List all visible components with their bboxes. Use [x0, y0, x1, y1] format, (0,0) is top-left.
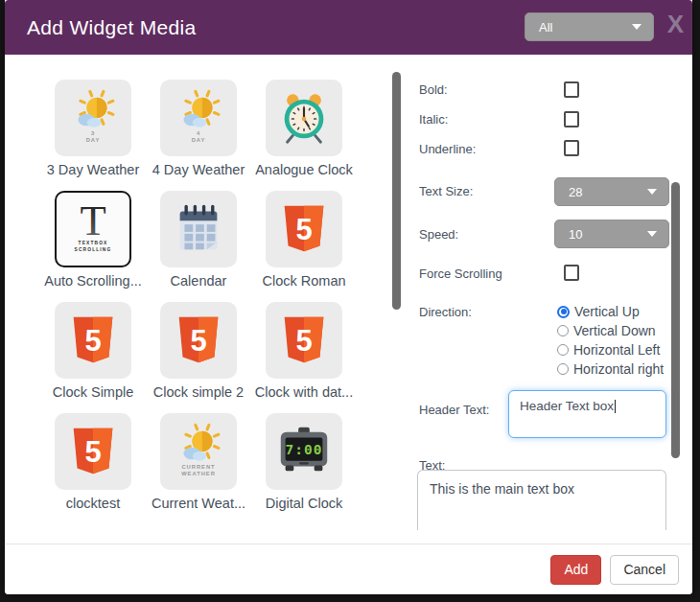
svg-text:5: 5 [295, 213, 312, 246]
widget-thumbnail[interactable] [160, 191, 237, 267]
widget-thumbnail[interactable]: 5 [55, 413, 131, 490]
widget-thumbnail[interactable]: 5 [160, 302, 237, 379]
bold-checkbox[interactable] [564, 81, 579, 98]
widget-item[interactable]: 5 Clock Simple [55, 302, 131, 400]
widget-thumbnail[interactable]: 5 [266, 191, 342, 267]
widget-thumbnail[interactable]: CURRENT WEATHER [160, 413, 237, 490]
underline-checkbox[interactable] [564, 140, 579, 156]
underline-label: Underline: [419, 142, 476, 156]
widget-item[interactable]: 5 Clock simple 2 [160, 302, 237, 400]
form-scrollbar[interactable] [671, 182, 680, 458]
direction-option-label: Vertical Up [574, 304, 640, 319]
widget-item[interactable]: Calendar [160, 191, 237, 289]
calendar-icon [169, 199, 228, 259]
svg-text:7:00: 7:00 [286, 442, 323, 457]
svg-text:DAY: DAY [192, 137, 206, 143]
widget-thumbnail[interactable]: T TEXTBOX SCROLLING [55, 191, 131, 267]
widget-label: Digital Clock [251, 496, 357, 511]
modal-footer: Add Cancel [5, 544, 692, 594]
italic-checkbox[interactable] [564, 111, 579, 127]
current-weather-icon: CURRENT WEATHER [169, 422, 228, 481]
widget-thumbnail[interactable]: 3 DAY [55, 80, 131, 156]
text-size-select[interactable]: 28 [554, 177, 669, 206]
widget-label: clocktest [40, 496, 146, 511]
radio-button-icon[interactable] [557, 325, 569, 336]
chevron-down-icon [647, 189, 657, 195]
svg-text:3: 3 [91, 130, 95, 136]
svg-text:T: T [80, 199, 105, 244]
direction-option-label: Vertical Down [573, 323, 656, 338]
screen: Add Widget Media All X 3 DAY 3 Day Weath… [0, 0, 700, 602]
chevron-down-icon [632, 24, 642, 30]
widget-label: Clock simple 2 [146, 384, 251, 400]
force-scrolling-label: Force Scrolling [419, 266, 502, 281]
direction-option-label: Horizontal Left [573, 342, 660, 358]
widget-thumbnail[interactable]: 4 DAY [160, 80, 237, 156]
direction-option-label: Horizontal right [573, 361, 664, 377]
header-text-label: Header Text: [419, 403, 489, 417]
radio-button-icon[interactable] [557, 363, 569, 375]
text-size-value: 28 [569, 185, 647, 199]
direction-option[interactable]: Vertical Down [557, 321, 664, 340]
direction-option[interactable]: Horizontal Left [557, 340, 664, 359]
html5-icon: 5 [63, 311, 123, 370]
widget-item[interactable]: Analogue Clock [266, 80, 342, 177]
widget-label: Clock Simple [40, 384, 146, 400]
speed-value: 10 [569, 227, 647, 242]
svg-text:DAY: DAY [86, 137, 101, 143]
auto-scrolling-textbox-icon: T TEXTBOX SCROLLING [63, 199, 123, 259]
widget-label: 3 Day Weather [40, 162, 146, 177]
bold-label: Bold: [419, 82, 448, 97]
text-size-label: Text Size: [419, 184, 473, 198]
text-cursor [615, 400, 616, 413]
direction-option[interactable]: Horizontal right [557, 359, 664, 379]
widget-thumbnail[interactable] [266, 80, 342, 156]
modal-body: 3 DAY 3 Day Weather 4 DAY 4 Day Weather … [5, 55, 692, 544]
force-scrolling-checkbox[interactable] [564, 265, 579, 281]
direction-radio-group: Vertical UpVertical DownHorizontal LeftH… [557, 302, 664, 379]
html5-icon: 5 [274, 199, 334, 259]
widget-label: Clock Roman [251, 273, 357, 289]
widget-item[interactable]: T TEXTBOX SCROLLING Auto Scrolling... [55, 191, 131, 289]
widget-item[interactable]: CURRENT WEATHER Current Weat... [160, 413, 237, 511]
header-text-input[interactable]: Header Text box [508, 390, 666, 438]
widget-item[interactable]: 5 Clock with dat... [266, 302, 342, 400]
radio-button-icon[interactable] [557, 344, 569, 356]
filter-select[interactable]: All [525, 12, 654, 41]
speed-label: Speed: [419, 227, 458, 242]
svg-text:5: 5 [84, 324, 101, 358]
widget-thumbnail[interactable]: 5 [55, 302, 131, 379]
add-button[interactable]: Add [550, 555, 601, 585]
text-value: This is the main text box [430, 481, 574, 497]
filter-selected-value: All [539, 20, 632, 35]
svg-text:TEXTBOX: TEXTBOX [79, 241, 108, 245]
digital-clock-icon: 7:00 [274, 422, 334, 481]
close-button[interactable]: X [667, 12, 684, 36]
direction-option[interactable]: Vertical Up [557, 302, 664, 321]
widget-item[interactable]: 7:00 Digital Clock [266, 413, 342, 511]
svg-text:5: 5 [84, 435, 101, 469]
modal-title: Add Widget Media [27, 16, 196, 39]
widget-item[interactable]: 5 Clock Roman [266, 191, 342, 289]
widget-item[interactable]: 5 clocktest [55, 413, 131, 511]
widget-item[interactable]: 3 DAY 3 Day Weather [55, 80, 131, 177]
widget-item[interactable]: 4 DAY 4 Day Weather [160, 80, 237, 177]
widget-thumbnail[interactable]: 5 [266, 302, 342, 379]
three-day-weather-icon: 3 DAY [63, 88, 123, 148]
radio-button-icon[interactable] [557, 306, 570, 318]
header-text-value: Header Text box [520, 399, 614, 413]
direction-label: Direction: [419, 305, 472, 319]
widget-label: Analogue Clock [251, 162, 357, 177]
widget-label: 4 Day Weather [146, 162, 251, 177]
cancel-button[interactable]: Cancel [610, 555, 679, 585]
text-textarea[interactable]: This is the main text box [417, 470, 666, 530]
analogue-clock-icon [274, 88, 334, 148]
modal-header: Add Widget Media All X [5, 0, 692, 55]
speed-select[interactable]: 10 [554, 220, 669, 248]
widgets-scrollbar[interactable] [392, 72, 401, 310]
widget-thumbnail[interactable]: 7:00 [266, 413, 342, 490]
widget-label: Current Weat... [146, 496, 251, 511]
svg-text:SCROLLING: SCROLLING [75, 247, 112, 252]
widget-grid: 3 DAY 3 Day Weather 4 DAY 4 Day Weather … [55, 80, 342, 511]
add-widget-media-modal: Add Widget Media All X 3 DAY 3 Day Weath… [5, 0, 692, 594]
